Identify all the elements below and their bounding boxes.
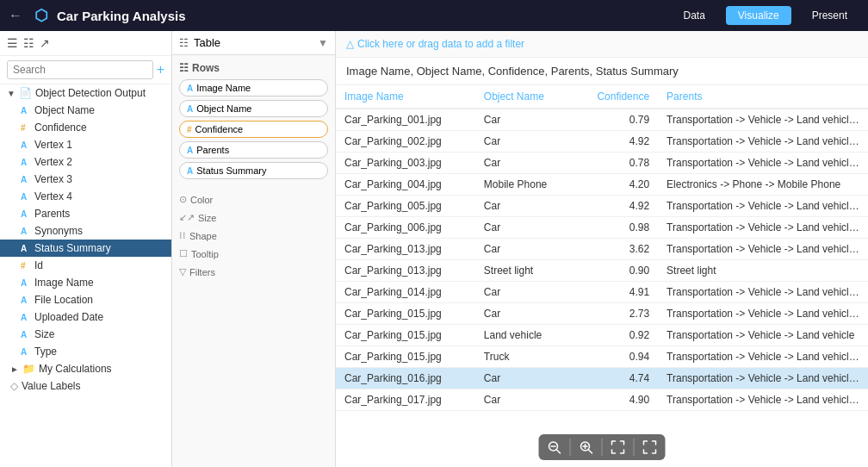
pill-parents-pill[interactable]: A Parents (179, 141, 328, 159)
sidebar-item-vertex4[interactable]: A Vertex 4 (0, 188, 171, 205)
section-icon-shape: ⁞⁞ (179, 230, 186, 241)
search-input[interactable] (7, 60, 153, 79)
cell-image-name: Car_Parking_015.jpg (336, 303, 475, 325)
table-row[interactable]: Car_Parking_015.jpg Truck 0.94 Transport… (336, 346, 868, 368)
pills-container: A Image Name A Object Name # Confidence … (179, 79, 328, 179)
table-row[interactable]: Car_Parking_004.jpg Mobile Phone 4.20 El… (336, 174, 868, 196)
sidebar-item-vertex2[interactable]: A Vertex 2 (0, 153, 171, 171)
fit-height-button[interactable] (635, 434, 666, 460)
add-filter-button[interactable]: △ Click here or drag data to add a filte… (346, 38, 524, 50)
table-row[interactable]: Car_Parking_015.jpg Car 2.73 Transportat… (336, 303, 868, 325)
table-head: Image Name Object Name Confidence Parent… (336, 85, 868, 109)
data-nav-btn[interactable]: Data (671, 6, 716, 25)
tree-item-label-parents: Parents (34, 208, 164, 220)
zoom-toolbar (539, 434, 666, 460)
sidebar-item-size[interactable]: A Size (0, 326, 171, 343)
table-row[interactable]: Car_Parking_001.jpg Car 0.79 Transportat… (336, 109, 868, 131)
search-add-icon[interactable]: + (157, 62, 164, 78)
sidebar-item-value-labels[interactable]: ◇ Value Labels (0, 377, 171, 395)
cell-object-name: Land vehicle (475, 325, 574, 346)
main-layout: ☰ ☷ ↗ + ▼ 📄 Object Detection Output A Ob… (0, 31, 868, 467)
middle-section-color[interactable]: ⊙ Color (172, 190, 335, 208)
cell-confidence: 4.92 (574, 196, 658, 217)
zoom-in-button[interactable] (571, 434, 602, 460)
sidebar-icon-3[interactable]: ↗ (40, 36, 50, 50)
sidebar-item-id[interactable]: # Id (0, 257, 171, 274)
value-labels-icon: ◇ (10, 380, 18, 392)
table-row[interactable]: Car_Parking_005.jpg Car 4.92 Transportat… (336, 196, 868, 217)
tree-item-label-vertex1: Vertex 1 (34, 139, 164, 151)
section-label-shape: Shape (189, 231, 217, 241)
sidebar-item-vertex1[interactable]: A Vertex 1 (0, 136, 171, 153)
sidebar-item-image-name[interactable]: A Image Name (0, 274, 171, 291)
sidebar-tree: ▼ 📄 Object Detection Output A Object Nam… (0, 84, 171, 467)
cell-confidence: 0.92 (574, 325, 658, 346)
table-row[interactable]: Car_Parking_015.jpg Land vehicle 0.92 Tr… (336, 325, 868, 346)
type-icon-image-name: A (21, 278, 31, 288)
cell-parents: Transportation -> Vehicle -> Land vehicl… (658, 325, 868, 346)
table-row[interactable]: Car_Parking_016.jpg Car 4.74 Transportat… (336, 368, 868, 389)
pill-confidence-pill[interactable]: # Confidence (179, 121, 328, 138)
back-icon[interactable]: ← (9, 8, 22, 23)
cell-object-name: Car (475, 282, 574, 303)
filter-row: △ Click here or drag data to add a filte… (336, 31, 868, 58)
table-header-row: Image Name Object Name Confidence Parent… (336, 85, 868, 109)
my-calc-expand-icon: ► (10, 364, 19, 374)
pill-label-confidence-pill: Confidence (195, 124, 244, 134)
table-row[interactable]: Car_Parking_013.jpg Car 3.62 Transportat… (336, 239, 868, 260)
cell-object-name: Car (475, 153, 574, 174)
cell-object-name: Truck (475, 346, 574, 368)
table-row[interactable]: Car_Parking_003.jpg Car 0.78 Transportat… (336, 153, 868, 174)
cell-confidence: 4.91 (574, 282, 658, 303)
sidebar-item-vertex3[interactable]: A Vertex 3 (0, 171, 171, 188)
middle-section-size[interactable]: ↙↗ Size (172, 208, 335, 226)
pill-object-name-pill[interactable]: A Object Name (179, 100, 328, 117)
type-icon-uploaded-date: A (21, 313, 31, 322)
sidebar-item-my-calculations[interactable]: ► 📁 My Calculations (0, 360, 171, 377)
table-selector[interactable]: ☷ Table ▼ (172, 31, 335, 55)
tree-root-section[interactable]: ▼ 📄 Object Detection Output (0, 84, 171, 102)
table-dropdown-icon[interactable]: ▼ (318, 37, 328, 49)
table-row[interactable]: Car_Parking_014.jpg Car 4.91 Transportat… (336, 282, 868, 303)
table-row[interactable]: Car_Parking_017.jpg Car 4.90 Transportat… (336, 389, 868, 411)
sidebar-icon-2[interactable]: ☷ (23, 36, 34, 50)
fit-width-button[interactable] (603, 434, 634, 460)
cell-parents: Transportation -> Vehicle -> Land vehicl… (658, 346, 868, 368)
table-header-description: Image Name, Object Name, Confidence, Par… (336, 58, 868, 85)
table-row[interactable]: Car_Parking_013.jpg Street light 0.90 St… (336, 260, 868, 282)
type-icon-vertex1: A (21, 140, 31, 150)
cell-image-name: Car_Parking_015.jpg (336, 346, 475, 368)
sidebar-item-status-summary[interactable]: A Status Summary (0, 240, 171, 257)
pill-icon-status-summary-pill: A (187, 166, 193, 176)
sidebar-icon-1[interactable]: ☰ (7, 36, 18, 50)
svg-line-1 (557, 450, 561, 453)
middle-section-filters[interactable]: ▽ Filters (172, 262, 335, 280)
zoom-out-button[interactable] (539, 434, 570, 460)
sidebar-item-file-location[interactable]: A File Location (0, 291, 171, 308)
cell-parents: Transportation -> Vehicle -> Land vehicl… (658, 389, 868, 411)
table-row[interactable]: Car_Parking_006.jpg Car 0.98 Transportat… (336, 217, 868, 239)
data-table-wrapper[interactable]: Image Name Object Name Confidence Parent… (336, 85, 868, 467)
sidebar-item-synonyms[interactable]: A Synonyms (0, 222, 171, 240)
sidebar-item-type[interactable]: A Type (0, 343, 171, 360)
cell-confidence: 3.62 (574, 239, 658, 260)
cell-object-name: Car (475, 217, 574, 239)
type-icon-vertex3: A (21, 175, 31, 184)
table-row[interactable]: Car_Parking_002.jpg Car 4.92 Transportat… (336, 131, 868, 153)
cell-image-name: Car_Parking_015.jpg (336, 325, 475, 346)
search-container: + (0, 56, 171, 84)
present-nav-btn[interactable]: Present (800, 6, 859, 25)
cell-confidence: 0.90 (574, 260, 658, 282)
col-header-confidence: Confidence (574, 85, 658, 109)
sidebar-item-uploaded-date[interactable]: A Uploaded Date (0, 308, 171, 326)
sidebar-item-object-name[interactable]: A Object Name (0, 102, 171, 119)
pill-image-name-pill[interactable]: A Image Name (179, 79, 328, 97)
table-type-label: Table (194, 36, 318, 49)
tree-item-label-file-location: File Location (34, 294, 164, 306)
pill-status-summary-pill[interactable]: A Status Summary (179, 162, 328, 179)
middle-section-tooltip[interactable]: ☐ Tooltip (172, 244, 335, 262)
sidebar-item-parents[interactable]: A Parents (0, 205, 171, 222)
middle-section-shape[interactable]: ⁞⁞ Shape (172, 226, 335, 244)
sidebar-item-confidence[interactable]: # Confidence (0, 119, 171, 136)
visualize-nav-btn[interactable]: Visualize (726, 6, 791, 25)
